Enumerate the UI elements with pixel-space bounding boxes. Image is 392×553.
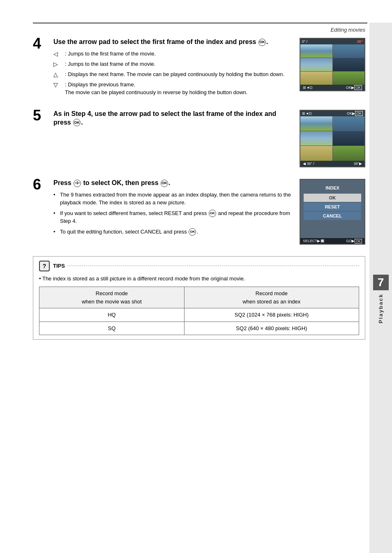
arrow-item-3: △ : Displays the next frame. The movie c… bbox=[53, 70, 295, 79]
bullet-icon-1: • bbox=[53, 191, 60, 207]
screen2-bottom-right: 36"▶ bbox=[354, 162, 362, 166]
screen2-grid bbox=[300, 116, 364, 161]
menu-bottom-bar: SELECT▶🔲 GO▶OK bbox=[300, 238, 364, 244]
tips-icon: ? bbox=[39, 261, 50, 271]
row1-col1: HQ bbox=[39, 308, 184, 322]
bullet-1: • The 9 frames extracted from the movie … bbox=[53, 191, 295, 207]
screen2-bottom-left: ◀ 36" / bbox=[303, 162, 314, 166]
tips-bullet: • The index is stored as a still picture… bbox=[39, 275, 359, 283]
left-arrow-icon: ▽ bbox=[53, 81, 65, 89]
step-5-ok-btn: OK bbox=[73, 119, 81, 126]
step-6-layout: Press ◁▷ to select OK, then press OK. • … bbox=[53, 179, 365, 245]
down-arrow-icon: ▷ bbox=[53, 60, 65, 69]
menu-reset-label: RESET bbox=[304, 203, 361, 211]
sidebar-number: 7 bbox=[373, 275, 389, 290]
step-6-body: • The 9 frames extracted from the movie … bbox=[53, 191, 295, 236]
s2-cell-6 bbox=[333, 146, 365, 160]
tips-body: • The index is stored as a still picture… bbox=[39, 275, 359, 336]
step-5-content: As in Step 4, use the arrow pad to selec… bbox=[53, 110, 365, 167]
bullet-2: • If you want to select different frames… bbox=[53, 209, 295, 225]
step-6-title: Press ◁▷ to select OK, then press OK. bbox=[53, 179, 295, 187]
table-row-1: HQ SQ2 (1024 × 768 pixels: HIGH) bbox=[39, 308, 359, 322]
bullet-icon-3: • bbox=[53, 228, 60, 236]
step-5-layout: As in Step 4, use the arrow pad to selec… bbox=[53, 110, 365, 167]
page-header: Editing movies bbox=[0, 23, 392, 33]
menu-bottom-right: GO▶OK bbox=[346, 239, 362, 243]
row2-col1: SQ bbox=[39, 322, 184, 335]
arrow-item-1: ◁ : Jumps to the first frame of the movi… bbox=[53, 50, 295, 58]
cancel-ok-icon: OK bbox=[189, 228, 196, 236]
screen2-top-right: OK▶OK bbox=[347, 111, 363, 116]
cell-1 bbox=[300, 44, 332, 58]
screen2-top-left: ⊞ ●⊡ bbox=[302, 111, 312, 116]
bullet-icon-2: • bbox=[53, 209, 60, 225]
s2-cell-4 bbox=[333, 131, 365, 146]
menu-cancel-row: CANCEL bbox=[304, 212, 361, 220]
arrow-text-3: : Displays the next frame. The movie can… bbox=[65, 70, 284, 79]
col2-h1: Record mode bbox=[256, 290, 288, 296]
arrow-text-2: : Jumps to the last frame of the movie. bbox=[65, 60, 155, 68]
tips-text: The index is stored as a still picture i… bbox=[42, 275, 245, 282]
step-4: 4 Use the arrow pad to select the first … bbox=[33, 38, 365, 98]
screen1-bottom-bar: ⊞ ●⊡ OK▶OK bbox=[300, 85, 364, 90]
step-5-image: ⊞ ●⊡ OK▶OK bbox=[295, 110, 365, 167]
arrow-text-4: : Displays the previous frame.The movie … bbox=[65, 81, 247, 97]
row2-col2: SQ2 (640 × 480 pixels: HIGH) bbox=[184, 322, 359, 335]
step-5: 5 As in Step 4, use the arrow pad to sel… bbox=[33, 110, 365, 167]
tips-bullet-icon: • bbox=[39, 275, 41, 282]
step-6-ok-btn-1: ◁▷ bbox=[74, 180, 81, 187]
s2-cell-1 bbox=[300, 116, 332, 131]
menu-bottom-left: SELECT▶🔲 bbox=[303, 239, 325, 243]
camera-screen-1: 0" / 36" bbox=[300, 38, 365, 91]
cell-4 bbox=[333, 58, 365, 71]
step-4-text: Use the arrow pad to select the first fr… bbox=[53, 38, 295, 98]
camera-screen-2: ⊞ ●⊡ OK▶OK bbox=[300, 110, 365, 167]
table-col1-header: Record mode when the movie was shot bbox=[39, 287, 184, 308]
table-header-row: Record mode when the movie was shot Reco… bbox=[39, 287, 359, 308]
arrow-item-4: ▽ : Displays the previous frame.The movi… bbox=[53, 81, 295, 97]
col2-h2: when stored as an index bbox=[242, 298, 300, 305]
s2-cell-5 bbox=[300, 146, 332, 160]
s2-cell-2 bbox=[333, 116, 365, 131]
step-4-title: Use the arrow pad to select the first fr… bbox=[53, 38, 295, 46]
menu-ok-label: OK bbox=[304, 194, 361, 202]
bullet-text-2: If you want to select different frames, … bbox=[60, 209, 295, 225]
menu-reset-row: RESET bbox=[304, 203, 361, 211]
tips-header: ? TIPS bbox=[39, 261, 359, 271]
reset-ok-icon: OK bbox=[209, 210, 216, 217]
step-4-content: Use the arrow pad to select the first fr… bbox=[53, 38, 365, 98]
step-4-layout: Use the arrow pad to select the first fr… bbox=[53, 38, 365, 98]
step-6-number: 6 bbox=[33, 177, 53, 245]
cell-2 bbox=[333, 44, 365, 58]
screen1-time: 0" / bbox=[302, 39, 307, 44]
cell-5 bbox=[300, 72, 332, 85]
table-col2-header: Record mode when stored as an index bbox=[184, 287, 359, 308]
header-italic: Editing movies bbox=[330, 27, 365, 33]
record-table: Record mode when the movie was shot Reco… bbox=[39, 287, 359, 335]
menu-screen: INDEX OK RESET CANCEL bbox=[300, 179, 365, 245]
col1-h1: Record mode bbox=[96, 290, 128, 296]
step-5-number: 5 bbox=[33, 108, 53, 167]
right-arrow-icon: △ bbox=[53, 70, 65, 79]
screen1-grid bbox=[300, 44, 364, 85]
step-5-title: As in Step 4, use the arrow pad to selec… bbox=[53, 110, 295, 127]
step-4-body: ◁ : Jumps to the first frame of the movi… bbox=[53, 50, 295, 97]
menu-index-label: INDEX bbox=[304, 184, 361, 192]
screen1-bottom-left: ⊞ ●⊡ bbox=[303, 86, 313, 90]
menu-ok-row: OK bbox=[304, 194, 361, 202]
tips-label: TIPS bbox=[53, 263, 65, 269]
screen1-time-red: 36" bbox=[357, 39, 363, 44]
step-4-ok-btn: OK bbox=[258, 39, 266, 46]
tips-dashes bbox=[67, 266, 359, 266]
step-6-content: Press ◁▷ to select OK, then press OK. • … bbox=[53, 179, 365, 245]
bullet-text-1: The 9 frames extracted from the movie ap… bbox=[60, 191, 295, 207]
table-row-2: SQ SQ2 (640 × 480 pixels: HIGH) bbox=[39, 322, 359, 335]
main-content: 4 Use the arrow pad to select the first … bbox=[33, 33, 365, 340]
table-body: HQ SQ2 (1024 × 768 pixels: HIGH) SQ SQ2 … bbox=[39, 308, 359, 335]
step-6-image: INDEX OK RESET CANCEL bbox=[295, 179, 365, 245]
menu-cancel-label: CANCEL bbox=[304, 212, 361, 220]
cell-3 bbox=[300, 58, 332, 71]
step-6-ok-btn-2: OK bbox=[161, 180, 168, 187]
step-6: 6 Press ◁▷ to select OK, then press OK. … bbox=[33, 179, 365, 245]
menu-index-row: INDEX bbox=[304, 184, 361, 192]
